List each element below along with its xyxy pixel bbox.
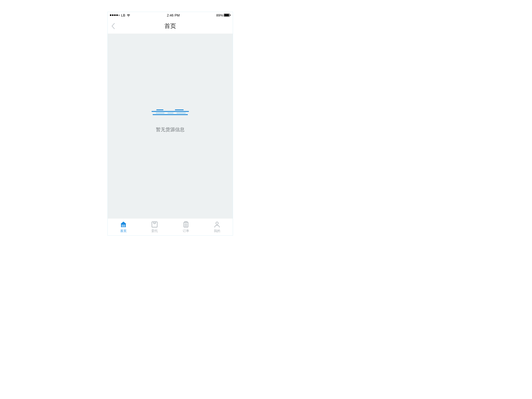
battery-percent-label: 89% bbox=[216, 13, 223, 17]
home-icon bbox=[120, 221, 127, 228]
tab-label: 首页 bbox=[120, 229, 127, 233]
svg-rect-13 bbox=[122, 226, 123, 227]
svg-rect-10 bbox=[122, 225, 123, 226]
status-bar: LB 2:46 PM 89% bbox=[108, 12, 233, 18]
status-right: 89% bbox=[216, 13, 231, 17]
wifi-icon bbox=[127, 14, 130, 17]
svg-rect-14 bbox=[123, 226, 124, 227]
svg-rect-19 bbox=[185, 222, 187, 223]
battery-icon bbox=[224, 14, 231, 17]
back-button[interactable] bbox=[110, 22, 116, 30]
svg-rect-12 bbox=[124, 225, 125, 226]
svg-rect-15 bbox=[124, 226, 125, 227]
content-area: 暂无货源信息 bbox=[108, 34, 233, 218]
empty-road-icon bbox=[152, 109, 189, 116]
clipboard-icon bbox=[182, 221, 189, 228]
svg-rect-16 bbox=[152, 222, 157, 227]
tab-entrust[interactable]: 委托 bbox=[139, 219, 171, 235]
phone-frame: LB 2:46 PM 89% 首页 bbox=[108, 12, 233, 235]
tab-bar: 首页 委托 订单 我的 bbox=[108, 218, 233, 235]
empty-state-text: 暂无货源信息 bbox=[156, 126, 185, 133]
svg-rect-2 bbox=[230, 15, 230, 16]
svg-rect-11 bbox=[123, 225, 124, 226]
tab-label: 订单 bbox=[183, 229, 189, 233]
signal-dots-icon bbox=[110, 14, 120, 16]
user-icon bbox=[214, 221, 221, 228]
svg-rect-17 bbox=[154, 222, 155, 224]
tab-orders[interactable]: 订单 bbox=[170, 219, 202, 235]
tab-label: 我的 bbox=[214, 229, 220, 233]
chevron-left-icon bbox=[111, 23, 115, 29]
svg-rect-1 bbox=[224, 14, 229, 16]
status-time: 2:46 PM bbox=[167, 13, 180, 17]
tab-label: 委托 bbox=[151, 229, 158, 233]
carrier-label: LB bbox=[121, 13, 125, 17]
page-title: 首页 bbox=[108, 22, 233, 30]
svg-point-23 bbox=[216, 222, 218, 224]
tab-home[interactable]: 首页 bbox=[108, 219, 139, 235]
tab-mine[interactable]: 我的 bbox=[202, 219, 233, 235]
nav-header: 首页 bbox=[108, 18, 233, 34]
status-left: LB bbox=[110, 13, 130, 17]
box-icon bbox=[151, 221, 158, 228]
